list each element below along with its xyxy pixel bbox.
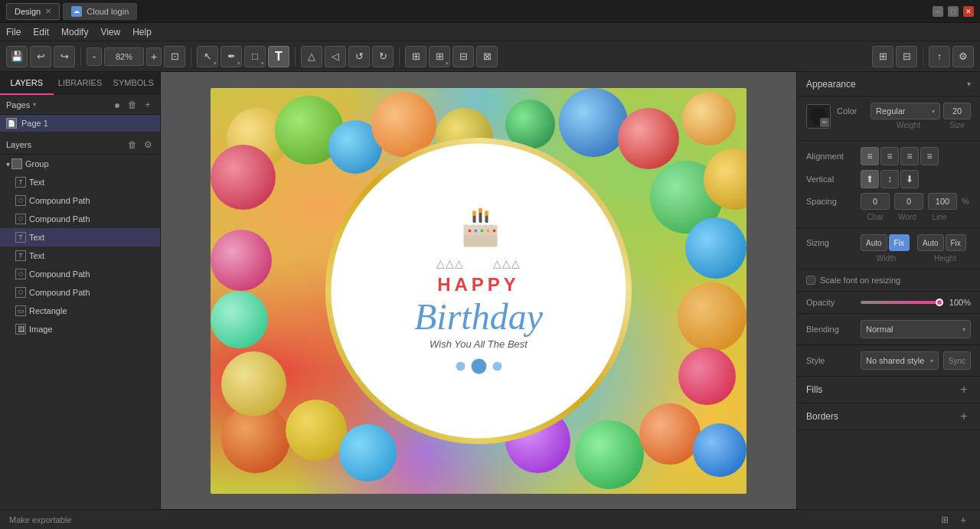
height-label: Height bbox=[920, 254, 971, 263]
layer-item-text-1[interactable]: T Text bbox=[0, 173, 160, 191]
design-tab-close[interactable]: ✕ bbox=[45, 7, 51, 15]
align-center-tool[interactable]: ⊞ ▾ bbox=[429, 46, 450, 67]
grid-button[interactable]: ⊟ bbox=[896, 46, 917, 67]
align-right-btn[interactable]: ≡ bbox=[900, 147, 919, 165]
tab-libraries[interactable]: LIBRARIES bbox=[54, 72, 107, 95]
bottom-export-button[interactable]: ⊞ bbox=[937, 512, 952, 527]
save-button[interactable]: 💾 bbox=[6, 46, 28, 67]
spacing-line-input[interactable]: 100 bbox=[928, 193, 957, 210]
distribute-tool[interactable]: ⊟ bbox=[452, 46, 474, 67]
rotate-cw-tool[interactable]: ↺ bbox=[348, 46, 370, 67]
tab-layers[interactable]: LAYERS bbox=[0, 72, 54, 95]
align-center-btn[interactable]: ≡ bbox=[880, 147, 899, 165]
undo-button[interactable]: ↩ bbox=[30, 46, 51, 67]
spacing-char-input[interactable]: 0 bbox=[861, 193, 890, 210]
svg-point-5 bbox=[485, 211, 488, 216]
layer-item-compound-4[interactable]: ⬡ Compound Path bbox=[0, 283, 160, 302]
opacity-value: 100% bbox=[944, 298, 971, 307]
appearance-chevron: ▾ bbox=[967, 80, 971, 88]
align-left-btn[interactable]: ≡ bbox=[861, 147, 879, 165]
delete-layer-button[interactable]: 🗑 bbox=[126, 139, 139, 151]
redo-button[interactable]: ↪ bbox=[54, 46, 75, 67]
style-select[interactable]: No shared style ▾ bbox=[861, 351, 939, 370]
menu-file[interactable]: File bbox=[6, 27, 21, 38]
arrange-tool[interactable]: ⊠ bbox=[476, 46, 498, 67]
borders-section[interactable]: Borders + bbox=[797, 403, 980, 430]
compound-layer-icon-4: ⬡ bbox=[15, 287, 26, 298]
zoom-input[interactable]: 82% bbox=[104, 47, 144, 66]
layer-text-2-label: Text bbox=[29, 233, 44, 242]
wish-text: Wish You All The Best bbox=[430, 338, 528, 349]
sizing-fix-width[interactable]: Fix bbox=[889, 234, 910, 251]
export-button[interactable]: ↑ bbox=[929, 46, 950, 67]
tab-symbols[interactable]: SYMBOLS bbox=[106, 72, 160, 95]
sizing-auto-height[interactable]: Auto bbox=[917, 234, 944, 251]
layer-item-image[interactable]: 🖼 Image bbox=[0, 320, 160, 338]
char-sub-label: Char bbox=[861, 213, 890, 221]
layer-item-compound-2[interactable]: ⬡ Compound Path bbox=[0, 210, 160, 228]
zoom-minus-button[interactable]: - bbox=[87, 47, 102, 66]
delete-page-button[interactable]: 🗑 bbox=[126, 99, 139, 111]
align-justify-btn[interactable]: ≡ bbox=[920, 147, 939, 165]
blending-select[interactable]: Normal ▾ bbox=[861, 320, 971, 338]
rotate-ccw-tool[interactable]: ↻ bbox=[372, 46, 394, 67]
menu-modify[interactable]: Modify bbox=[61, 27, 88, 38]
page-item[interactable]: 📄 Page 1 bbox=[0, 115, 160, 132]
design-tab[interactable]: Design ✕ bbox=[6, 3, 60, 20]
layer-item-rectangle[interactable]: ▭ Rectangle bbox=[0, 302, 160, 320]
layer-item-compound-3[interactable]: ⬡ Compound Path bbox=[0, 265, 160, 283]
text-tool[interactable]: T bbox=[268, 46, 289, 67]
opacity-slider[interactable] bbox=[861, 301, 939, 304]
flip-h-tool[interactable]: ◁ bbox=[325, 46, 346, 67]
compound-layer-icon-2: ⬡ bbox=[15, 214, 26, 224]
vertical-mid-btn[interactable]: ↕ bbox=[880, 170, 899, 188]
layer-item-group[interactable]: ▾ Group bbox=[0, 155, 160, 173]
spacing-word-input[interactable]: 0 bbox=[894, 193, 923, 210]
svg-point-11 bbox=[486, 229, 489, 232]
maximize-button[interactable]: □ bbox=[948, 6, 959, 17]
vertical-bot-btn[interactable]: ⬇ bbox=[900, 170, 919, 188]
select-tool[interactable]: ↖ ▾ bbox=[197, 46, 218, 67]
fills-section[interactable]: Fills + bbox=[797, 377, 980, 403]
cloud-icon: ☁ bbox=[71, 6, 82, 17]
zoom-plus-button[interactable]: + bbox=[146, 47, 162, 66]
sizing-auto-width[interactable]: Auto bbox=[861, 234, 887, 251]
add-fill-button[interactable]: + bbox=[957, 383, 971, 397]
sizing-fix-height[interactable]: Fix bbox=[946, 234, 966, 251]
canvas-area[interactable]: △△△ △△△ HAPPY Birthday Wish You All The … bbox=[161, 72, 796, 509]
design-tab-label: Design bbox=[15, 7, 41, 16]
fit-button[interactable]: ⊡ bbox=[164, 46, 185, 67]
vertical-top-btn[interactable]: ⬆ bbox=[861, 170, 879, 188]
sync-button[interactable]: Sync bbox=[943, 351, 971, 370]
layer-compound-2-label: Compound Path bbox=[29, 214, 90, 224]
layer-item-compound-1[interactable]: ⬡ Compound Path bbox=[0, 191, 160, 210]
settings-button[interactable]: ⚙ bbox=[952, 46, 974, 67]
minimize-button[interactable]: ─ bbox=[933, 6, 943, 17]
birthday-card: △△△ △△△ HAPPY Birthday Wish You All The … bbox=[211, 88, 746, 494]
fills-title: Fills bbox=[806, 384, 957, 395]
snap-button[interactable]: ⊞ bbox=[872, 46, 893, 67]
bottom-add-button[interactable]: + bbox=[956, 512, 971, 527]
close-button[interactable]: ✕ bbox=[963, 6, 974, 17]
blending-label: Blending bbox=[806, 325, 856, 334]
menu-view[interactable]: View bbox=[100, 27, 120, 38]
compound-layer-icon-1: ⬡ bbox=[15, 195, 26, 206]
color-swatch[interactable]: ✏ bbox=[806, 104, 831, 129]
add-page-button[interactable]: ● bbox=[111, 99, 123, 111]
align-left-tool[interactable]: ⊞ bbox=[405, 46, 426, 67]
font-style-select[interactable]: Regular ▾ bbox=[871, 103, 940, 119]
spacing-pct: % bbox=[962, 197, 969, 206]
cloud-login-tab[interactable]: ☁ Cloud login bbox=[63, 3, 137, 20]
menu-help[interactable]: Help bbox=[132, 27, 152, 38]
layer-options-button[interactable]: ⚙ bbox=[142, 139, 154, 151]
weight-input[interactable]: 20 bbox=[943, 103, 971, 119]
pen-tool[interactable]: ✒ ▾ bbox=[220, 46, 242, 67]
page-options-button[interactable]: + bbox=[142, 99, 154, 111]
layer-item-text-2[interactable]: T Text bbox=[0, 228, 160, 247]
scale-font-checkbox[interactable] bbox=[806, 276, 815, 285]
menu-edit[interactable]: Edit bbox=[33, 27, 49, 38]
shape-tool[interactable]: □ ▾ bbox=[244, 46, 266, 67]
rotate-left-tool[interactable]: △ bbox=[301, 46, 322, 67]
add-border-button[interactable]: + bbox=[957, 410, 971, 423]
layer-item-text-3[interactable]: T Text bbox=[0, 247, 160, 265]
